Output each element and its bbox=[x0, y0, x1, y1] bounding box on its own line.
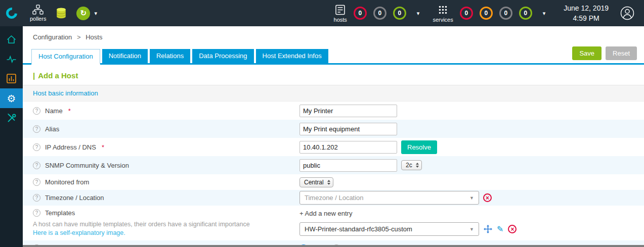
form-row-ip: ? IP Address / DNS * Resolve bbox=[23, 138, 644, 156]
template-selected-value: HW-Printer-standard-rfc3805-custom bbox=[305, 225, 412, 233]
tabs: Host Configuration Notification Relation… bbox=[31, 49, 328, 63]
timezone-label: Timezone / Location bbox=[45, 194, 104, 202]
gear-icon: ⚙ bbox=[7, 93, 16, 104]
tools-icon bbox=[6, 113, 17, 123]
form-row-monitored-from: ? Monitored from Central bbox=[23, 174, 644, 190]
centreon-logo-icon bbox=[4, 6, 19, 21]
form-row-name: ? Name * bbox=[23, 102, 644, 120]
services-critical-counter[interactable]: 0 bbox=[460, 7, 473, 20]
main-content: Configuration > Hosts Host Configuration… bbox=[23, 26, 644, 247]
template-move-handle[interactable] bbox=[484, 225, 492, 233]
help-icon[interactable]: ? bbox=[33, 162, 40, 169]
refresh-icon: ↻ bbox=[76, 7, 90, 20]
template-select[interactable]: HW-Printer-standard-rfc3805-custom ▼ bbox=[299, 222, 479, 236]
breadcrumb-configuration[interactable]: Configuration bbox=[33, 33, 72, 41]
hosts-up-counter[interactable]: 0 bbox=[393, 7, 406, 20]
help-icon[interactable]: ? bbox=[33, 107, 40, 115]
dropdown-arrow-icon: ▼ bbox=[469, 227, 474, 232]
alias-input[interactable] bbox=[299, 123, 397, 135]
snmp-version-select[interactable]: 2c bbox=[401, 160, 422, 170]
tab-host-configuration[interactable]: Host Configuration bbox=[31, 49, 100, 65]
alias-label: Alias bbox=[45, 125, 59, 133]
hosts-label: hosts bbox=[334, 17, 347, 23]
next-section-edge bbox=[23, 245, 644, 247]
breadcrumb-hosts[interactable]: Hosts bbox=[85, 33, 102, 41]
help-icon[interactable]: ? bbox=[33, 125, 40, 133]
save-button[interactable]: Save bbox=[572, 46, 602, 60]
sidebar-item-home[interactable] bbox=[0, 29, 23, 49]
title-text: Add a Host bbox=[38, 71, 78, 80]
move-icon bbox=[484, 225, 492, 233]
current-time: 4:59 PM bbox=[564, 13, 609, 23]
chevron-down-icon[interactable]: ▾ bbox=[417, 10, 420, 17]
name-label: Name bbox=[45, 107, 63, 115]
help-icon[interactable]: ? bbox=[33, 143, 40, 151]
form-row-snmp: ? SNMP Community & Version 2c bbox=[23, 156, 644, 174]
template-edit-icon[interactable]: ✎ bbox=[497, 224, 503, 234]
database-icon bbox=[55, 7, 67, 19]
templates-help-text: A host can have multiple templates, thei… bbox=[33, 221, 299, 228]
hosts-status-group: hosts 0 0 0 ▾ bbox=[334, 4, 420, 23]
required-marker: * bbox=[68, 107, 71, 115]
help-icon[interactable]: ? bbox=[33, 178, 40, 186]
chevron-down-icon[interactable]: ▾ bbox=[543, 10, 546, 17]
sidebar-item-reporting[interactable] bbox=[0, 69, 23, 88]
select-stepper-icon bbox=[416, 163, 419, 168]
services-icon bbox=[437, 4, 449, 16]
reset-button[interactable]: Reset bbox=[606, 46, 637, 60]
help-icon[interactable]: ? bbox=[33, 209, 40, 217]
resolve-button[interactable]: Resolve bbox=[401, 140, 437, 154]
snmp-version-value: 2c bbox=[406, 162, 412, 169]
form-row-timezone: ? Timezone / Location Timezone / Locatio… bbox=[23, 190, 644, 206]
services-warning-counter[interactable]: 0 bbox=[480, 7, 493, 20]
chevron-down-icon[interactable]: ▾ bbox=[94, 10, 97, 17]
timezone-select[interactable]: Timezone / Location ▼ bbox=[299, 191, 479, 205]
dropdown-arrow-icon: ▼ bbox=[469, 195, 474, 201]
add-template-entry-button[interactable]: + Add a new entry bbox=[299, 210, 644, 217]
hosts-menu[interactable]: hosts bbox=[334, 4, 347, 23]
database-status[interactable] bbox=[55, 7, 67, 19]
user-profile-button[interactable] bbox=[620, 6, 635, 21]
sync-status[interactable]: ↻ bbox=[76, 7, 90, 20]
snmp-community-input[interactable] bbox=[299, 159, 397, 172]
sidebar-item-monitoring[interactable] bbox=[0, 49, 23, 69]
monitored-from-value: Central bbox=[304, 179, 324, 186]
name-input[interactable] bbox=[299, 105, 397, 117]
tab-notification[interactable]: Notification bbox=[102, 49, 148, 63]
services-unknown-counter[interactable]: 0 bbox=[499, 7, 512, 20]
pollers-label: pollers bbox=[30, 16, 46, 22]
timezone-placeholder: Timezone / Location bbox=[305, 194, 364, 202]
section-header: Host basic information bbox=[23, 85, 644, 102]
datetime: June 12, 2019 4:59 PM bbox=[564, 3, 609, 24]
ip-input[interactable] bbox=[299, 141, 397, 154]
hosts-down-counter[interactable]: 0 bbox=[354, 7, 367, 20]
home-icon bbox=[6, 34, 17, 44]
help-icon[interactable]: ? bbox=[33, 194, 40, 202]
pulse-icon bbox=[6, 54, 17, 64]
templates-help-link[interactable]: Here is a self-explanatory image. bbox=[33, 229, 125, 236]
pollers-status[interactable]: pollers bbox=[30, 5, 46, 22]
template-delete-icon[interactable]: × bbox=[508, 225, 517, 233]
sidebar: ⚙ bbox=[0, 26, 23, 247]
breadcrumb: Configuration > Hosts bbox=[23, 26, 644, 41]
breadcrumb-separator: > bbox=[77, 33, 81, 41]
sidebar-item-administration[interactable] bbox=[0, 108, 23, 128]
ip-label: IP Address / DNS bbox=[45, 143, 96, 151]
form-actions: Save Reset bbox=[572, 46, 637, 60]
page-title: |Add a Host bbox=[33, 71, 644, 80]
tab-host-extended-infos[interactable]: Host Extended Infos bbox=[256, 49, 328, 63]
tab-data-processing[interactable]: Data Processing bbox=[192, 49, 253, 63]
services-status-group: services 0 0 0 0 ▾ bbox=[433, 4, 545, 23]
timezone-clear-icon[interactable]: × bbox=[483, 193, 492, 202]
centreon-logo[interactable] bbox=[0, 0, 23, 26]
services-menu[interactable]: services bbox=[433, 4, 453, 23]
form-row-templates: ? Templates A host can have multiple tem… bbox=[23, 206, 644, 240]
hosts-unreachable-counter[interactable]: 0 bbox=[373, 7, 387, 20]
services-ok-counter[interactable]: 0 bbox=[519, 7, 532, 20]
form-row-alias: ? Alias bbox=[23, 120, 644, 138]
tab-relations[interactable]: Relations bbox=[150, 49, 190, 63]
sidebar-item-configuration[interactable]: ⚙ bbox=[0, 88, 23, 108]
title-prefix: | bbox=[33, 71, 35, 80]
select-stepper-icon bbox=[327, 180, 330, 185]
monitored-from-select[interactable]: Central bbox=[299, 177, 333, 187]
